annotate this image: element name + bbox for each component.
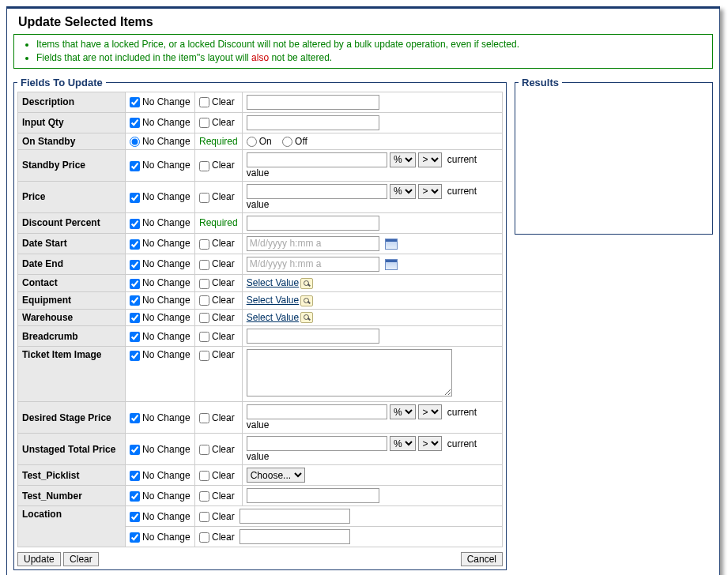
- input-description[interactable]: [247, 95, 379, 110]
- label-contact: Contact: [18, 274, 126, 291]
- radio-off[interactable]: [282, 137, 292, 147]
- results-legend: Results: [519, 77, 562, 88]
- label-ticket-item-image: Ticket Item Image: [18, 347, 126, 402]
- nochange-test-picklist[interactable]: [130, 471, 140, 481]
- input-standby-price[interactable]: [247, 152, 387, 167]
- input-input-qty[interactable]: [247, 115, 379, 130]
- clear-description[interactable]: [199, 97, 209, 107]
- nochange-ticket-item-image[interactable]: [130, 351, 140, 361]
- label-standby-price: Standby Price: [18, 149, 126, 181]
- unit-desired-stage-price[interactable]: %: [390, 404, 416, 419]
- unit-standby-price[interactable]: %: [390, 152, 416, 167]
- fields-table: Description No Change Clear Input Qty No…: [17, 92, 503, 548]
- nochange-equipment[interactable]: [130, 295, 140, 306]
- clear-ticket-item-image[interactable]: [199, 351, 209, 361]
- op-standby-price[interactable]: >: [418, 152, 442, 167]
- label-unstaged-total-price: Unstaged Total Price: [18, 434, 126, 465]
- clear-contact[interactable]: [199, 279, 209, 289]
- page-title: Update Selected Items: [18, 15, 713, 29]
- clear-unstaged-total-price[interactable]: [199, 445, 209, 455]
- nochange-test-number[interactable]: [130, 491, 140, 502]
- nochange-input-qty[interactable]: [130, 118, 140, 128]
- calendar-icon[interactable]: [385, 239, 398, 250]
- op-unstaged-total-price[interactable]: >: [418, 436, 442, 451]
- fields-to-update-fieldset: Fields To Update Description No Change C…: [13, 77, 507, 571]
- label-price: Price: [18, 181, 126, 212]
- clear-desired-stage-price[interactable]: [199, 413, 209, 423]
- cancel-button[interactable]: Cancel: [461, 552, 503, 566]
- input-date-start[interactable]: [247, 236, 379, 251]
- radio-on[interactable]: [247, 137, 257, 147]
- input-desired-stage-price[interactable]: [247, 404, 387, 419]
- clear-date-start[interactable]: [199, 239, 209, 250]
- update-button[interactable]: Update: [17, 552, 61, 566]
- label-test-number: Test_Number: [18, 486, 126, 506]
- clear-input-qty[interactable]: [199, 118, 209, 128]
- clear-standby-price[interactable]: [199, 161, 209, 171]
- clear-warehouse[interactable]: [199, 313, 209, 323]
- clear-price[interactable]: [199, 193, 209, 203]
- input-breadcrumb[interactable]: [247, 329, 379, 344]
- row-date-end: Date End No Change Clear: [18, 254, 503, 274]
- clear-location-1[interactable]: [199, 512, 209, 522]
- input-location-1[interactable]: [240, 509, 350, 524]
- row-desired-stage-price: Desired Stage Price No Change Clear % > …: [18, 402, 503, 434]
- clear-location-2[interactable]: [199, 532, 209, 543]
- select-value-warehouse[interactable]: Select Value: [247, 312, 300, 323]
- op-desired-stage-price[interactable]: >: [418, 404, 442, 419]
- input-date-end[interactable]: [247, 257, 379, 272]
- unit-unstaged-total-price[interactable]: %: [390, 436, 416, 451]
- row-discount-percent: Discount Percent No Change Required: [18, 212, 503, 233]
- lookup-icon[interactable]: [300, 295, 313, 306]
- input-ticket-item-image[interactable]: [247, 349, 452, 396]
- nochange-location-1[interactable]: [130, 512, 140, 522]
- nochange-contact[interactable]: [130, 279, 140, 289]
- nochange-breadcrumb[interactable]: [130, 332, 140, 342]
- clear-breadcrumb[interactable]: [199, 332, 209, 342]
- row-description: Description No Change Clear: [18, 92, 503, 112]
- label-date-start: Date Start: [18, 233, 126, 254]
- unit-price[interactable]: %: [390, 184, 416, 199]
- label-on-standby: On Standby: [18, 133, 126, 149]
- lookup-icon[interactable]: [300, 278, 313, 289]
- calendar-icon[interactable]: [385, 259, 398, 270]
- nochange-description[interactable]: [130, 97, 140, 107]
- input-location-2[interactable]: [240, 529, 350, 544]
- clear-test-picklist[interactable]: [199, 471, 209, 481]
- nochange-date-start[interactable]: [130, 239, 140, 250]
- clear-equipment[interactable]: [199, 295, 209, 306]
- lookup-icon[interactable]: [300, 312, 313, 323]
- nochange-desired-stage-price[interactable]: [130, 413, 140, 423]
- notice-box: Items that have a locked Price, or a loc…: [13, 34, 713, 69]
- nochange-price[interactable]: [130, 193, 140, 203]
- nochange-on-standby[interactable]: [130, 137, 140, 147]
- label-test-picklist: Test_Picklist: [18, 465, 126, 486]
- row-test-number: Test_Number No Change Clear: [18, 486, 503, 506]
- op-price[interactable]: >: [418, 184, 442, 199]
- nochange-standby-price[interactable]: [130, 161, 140, 171]
- label-description: Description: [18, 92, 126, 112]
- nochange-date-end[interactable]: [130, 260, 140, 270]
- row-breadcrumb: Breadcrumb No Change Clear: [18, 326, 503, 347]
- input-discount-percent[interactable]: [247, 216, 379, 231]
- input-price[interactable]: [247, 184, 387, 199]
- label-desired-stage-price: Desired Stage Price: [18, 402, 126, 434]
- nochange-warehouse[interactable]: [130, 313, 140, 323]
- nochange-location-2[interactable]: [130, 532, 140, 543]
- row-ticket-item-image: Ticket Item Image No Change Clear: [18, 347, 503, 402]
- select-value-equipment[interactable]: Select Value: [247, 295, 300, 306]
- clear-button[interactable]: Clear: [63, 552, 99, 566]
- fields-legend: Fields To Update: [17, 77, 106, 88]
- nochange-discount-percent[interactable]: [130, 219, 140, 229]
- row-unstaged-total-price: Unstaged Total Price No Change Clear % >…: [18, 434, 503, 465]
- select-value-contact[interactable]: Select Value: [247, 277, 300, 288]
- clear-test-number[interactable]: [199, 491, 209, 502]
- nochange-unstaged-total-price[interactable]: [130, 445, 140, 455]
- select-test-picklist[interactable]: Choose...: [247, 468, 305, 483]
- input-test-number[interactable]: [247, 488, 379, 503]
- label-discount-percent: Discount Percent: [18, 212, 126, 233]
- row-warehouse: Warehouse No Change Clear Select Value: [18, 309, 503, 326]
- clear-date-end[interactable]: [199, 260, 209, 270]
- input-unstaged-total-price[interactable]: [247, 436, 387, 451]
- label-input-qty: Input Qty: [18, 112, 126, 133]
